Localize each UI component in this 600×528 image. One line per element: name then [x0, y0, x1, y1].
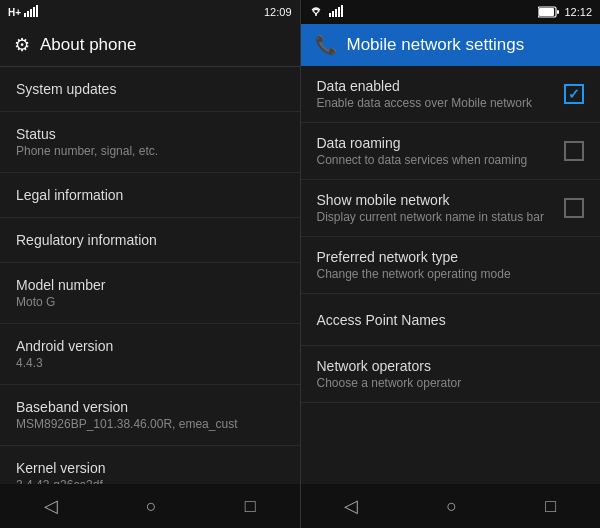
settings-item-network-operators[interactable]: Network operators Choose a network opera… [301, 346, 601, 403]
status-title: Status [16, 126, 284, 142]
svg-rect-0 [24, 13, 26, 17]
wifi-icon [309, 5, 323, 17]
show-mobile-subtitle: Display current network name in status b… [317, 210, 565, 224]
left-header: ⚙ About phone [0, 24, 300, 67]
baseband-title: Baseband version [16, 399, 284, 415]
left-network-indicators: H+ [8, 5, 38, 19]
right-settings-list: Data enabled Enable data access over Mob… [301, 66, 601, 484]
menu-item-baseband[interactable]: Baseband version MSM8926BP_101.38.46.00R… [0, 385, 300, 446]
data-enabled-title: Data enabled [317, 78, 565, 94]
gear-icon: ⚙ [14, 34, 30, 56]
svg-rect-10 [341, 5, 343, 17]
data-enabled-subtitle: Enable data access over Mobile network [317, 96, 565, 110]
svg-rect-6 [329, 13, 331, 17]
data-enabled-text: Data enabled Enable data access over Mob… [317, 78, 565, 110]
left-home-button[interactable]: ○ [126, 488, 177, 525]
right-time: 12:12 [564, 6, 592, 18]
settings-item-data-enabled[interactable]: Data enabled Enable data access over Mob… [301, 66, 601, 123]
menu-item-regulatory[interactable]: Regulatory information [0, 218, 300, 263]
apn-text: Access Point Names [317, 312, 585, 328]
data-enabled-checkbox[interactable] [564, 84, 584, 104]
svg-rect-4 [36, 5, 38, 17]
signal-bars-icon [24, 5, 38, 19]
right-nav-bar: ◁ ○ □ [301, 484, 601, 528]
menu-item-model[interactable]: Model number Moto G [0, 263, 300, 324]
menu-item-legal[interactable]: Legal information [0, 173, 300, 218]
svg-rect-1 [27, 11, 29, 17]
right-network-indicators [309, 5, 343, 19]
network-type-label: H+ [8, 7, 21, 18]
phone-icon: 📞 [315, 34, 337, 56]
right-header: 📞 Mobile network settings [301, 24, 601, 66]
data-roaming-text: Data roaming Connect to data services wh… [317, 135, 565, 167]
status-subtitle: Phone number, signal, etc. [16, 144, 284, 158]
network-operators-subtitle: Choose a network operator [317, 376, 585, 390]
left-menu-list: System updates Status Phone number, sign… [0, 67, 300, 484]
left-recent-button[interactable]: □ [225, 488, 276, 525]
data-roaming-subtitle: Connect to data services when roaming [317, 153, 565, 167]
left-back-button[interactable]: ◁ [24, 487, 78, 525]
svg-rect-2 [30, 9, 32, 17]
show-mobile-title: Show mobile network [317, 192, 565, 208]
apn-title: Access Point Names [317, 312, 585, 328]
network-operators-text: Network operators Choose a network opera… [317, 358, 585, 390]
android-subtitle: 4.4.3 [16, 356, 284, 370]
svg-point-5 [315, 14, 317, 16]
menu-item-android[interactable]: Android version 4.4.3 [0, 324, 300, 385]
right-status-bar: 12:12 [301, 0, 601, 24]
preferred-network-subtitle: Change the network operating mode [317, 267, 585, 281]
left-time: 12:09 [264, 6, 292, 18]
menu-item-status[interactable]: Status Phone number, signal, etc. [0, 112, 300, 173]
left-nav-bar: ◁ ○ □ [0, 484, 300, 528]
right-back-button[interactable]: ◁ [324, 487, 378, 525]
right-recent-button[interactable]: □ [525, 488, 576, 525]
model-subtitle: Moto G [16, 295, 284, 309]
svg-rect-3 [33, 7, 35, 17]
settings-item-data-roaming[interactable]: Data roaming Connect to data services wh… [301, 123, 601, 180]
network-operators-title: Network operators [317, 358, 585, 374]
left-status-bar: H+ 12:09 [0, 0, 300, 24]
regulatory-title: Regulatory information [16, 232, 284, 248]
system-updates-title: System updates [16, 81, 284, 97]
menu-item-system-updates[interactable]: System updates [0, 67, 300, 112]
svg-rect-9 [338, 7, 340, 17]
preferred-network-text: Preferred network type Change the networ… [317, 249, 585, 281]
settings-item-show-mobile[interactable]: Show mobile network Display current netw… [301, 180, 601, 237]
battery-icon [538, 6, 560, 18]
right-header-title: Mobile network settings [347, 35, 525, 55]
show-mobile-text: Show mobile network Display current netw… [317, 192, 565, 224]
legal-title: Legal information [16, 187, 284, 203]
right-home-button[interactable]: ○ [426, 488, 477, 525]
svg-rect-12 [539, 8, 554, 16]
baseband-subtitle: MSM8926BP_101.38.46.00R, emea_cust [16, 417, 284, 431]
right-signal-icon [329, 5, 343, 17]
settings-item-preferred-network[interactable]: Preferred network type Change the networ… [301, 237, 601, 294]
svg-rect-8 [335, 9, 337, 17]
left-panel: H+ 12:09 ⚙ About phone System updates St… [0, 0, 301, 528]
menu-item-kernel[interactable]: Kernel version 3.4.42-g26ca2df hudsoncm@… [0, 446, 300, 484]
left-header-title: About phone [40, 35, 136, 55]
show-mobile-checkbox[interactable] [564, 198, 584, 218]
android-title: Android version [16, 338, 284, 354]
kernel-title: Kernel version [16, 460, 284, 476]
svg-rect-7 [332, 11, 334, 17]
model-title: Model number [16, 277, 284, 293]
data-roaming-checkbox[interactable] [564, 141, 584, 161]
settings-item-apn[interactable]: Access Point Names [301, 294, 601, 346]
svg-rect-13 [557, 10, 559, 14]
data-roaming-title: Data roaming [317, 135, 565, 151]
right-panel: 12:12 📞 Mobile network settings Data ena… [301, 0, 601, 528]
preferred-network-title: Preferred network type [317, 249, 585, 265]
